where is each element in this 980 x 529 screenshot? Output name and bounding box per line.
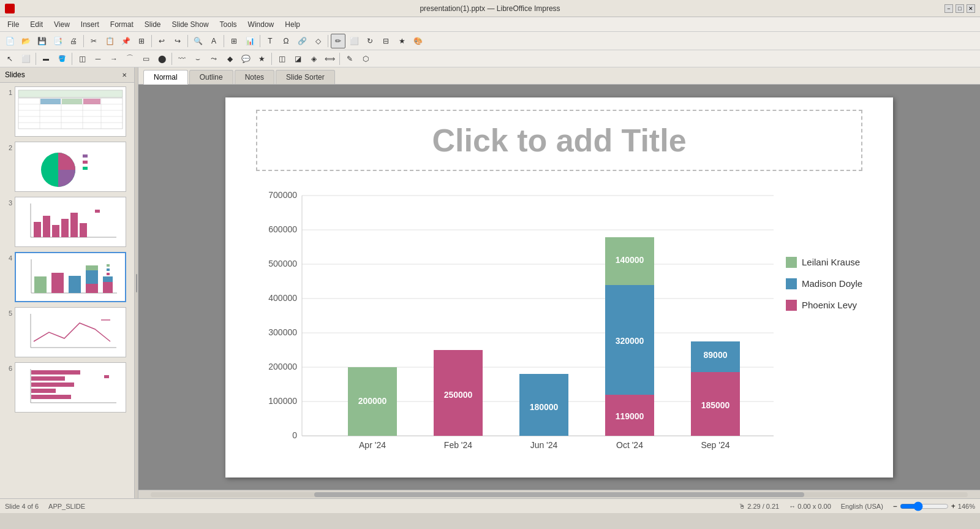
toolbar2-sep-1 [36, 53, 36, 65]
hyperlink-button[interactable]: 🔗 [295, 34, 309, 48]
slide-thumb-3[interactable]: 3 [2, 196, 132, 248]
menu-slideshow[interactable]: Slide Show [167, 19, 214, 30]
toolbar-sep-4 [224, 35, 224, 47]
select-tab-button[interactable]: ⬜ [18, 51, 33, 66]
slide-thumb-2[interactable]: 2 [2, 140, 132, 193]
slide-thumb-1[interactable]: 1 [2, 85, 132, 138]
close-slides-panel-button[interactable]: ✕ [119, 70, 129, 80]
save-button[interactable]: 💾 [34, 34, 49, 48]
line-draw-button[interactable]: ✏ [331, 34, 345, 48]
format-object-button[interactable]: 🎨 [410, 34, 425, 48]
slides-panel-title: Slides [5, 70, 25, 79]
print-button[interactable]: 🖨 [66, 34, 81, 48]
rotate-button[interactable]: ↻ [363, 34, 377, 48]
shapes-menu-button[interactable]: ⬜ [347, 34, 361, 48]
text-box-button[interactable]: T [263, 34, 277, 48]
position-indicator: 🖱 2.29 / 0.21 [739, 503, 779, 510]
status-right: 🖱 2.29 / 0.21 ↔ 0.00 x 0.00 English (USA… [739, 501, 975, 511]
toolbar-sep-1 [83, 35, 84, 47]
menu-window[interactable]: Window [243, 19, 279, 30]
tab-outline[interactable]: Outline [189, 70, 233, 84]
svg-text:600000: 600000 [268, 224, 297, 234]
maximize-button[interactable]: □ [956, 4, 964, 13]
legend-madison-label: Madison Doyle [802, 278, 862, 289]
curves-button[interactable]: ⌣ [190, 51, 205, 66]
undo-button[interactable]: ↩ [154, 34, 169, 48]
zoom-out-button[interactable]: 🔍 [190, 34, 205, 48]
arrange-button[interactable]: ⊟ [379, 34, 393, 48]
export-pdf-button[interactable]: 📑 [50, 34, 65, 48]
shadow-button[interactable]: ◫ [75, 51, 89, 66]
title-bar: presentation(1).pptx — LibreOffice Impre… [0, 0, 980, 17]
minimize-button[interactable]: − [944, 4, 953, 13]
table-button[interactable]: ⊞ [227, 34, 241, 48]
stars-button[interactable]: ★ [254, 51, 269, 66]
arrow-style-button[interactable]: → [107, 51, 121, 66]
special-char-button[interactable]: Ω [279, 34, 293, 48]
svg-rect-43 [107, 273, 110, 275]
slides-list: 1 [0, 83, 134, 498]
flowchart-button[interactable]: ◆ [222, 51, 237, 66]
h-scrollbar[interactable] [138, 490, 980, 498]
ellipse-button[interactable]: ⬤ [154, 51, 169, 66]
object-edit-button[interactable]: ✎ [342, 51, 357, 66]
toggle-extrusion-button[interactable]: ⬡ [358, 51, 373, 66]
title-placeholder[interactable]: Click to add Title [256, 110, 862, 171]
chart-button[interactable]: 📊 [243, 34, 257, 48]
redo-button[interactable]: ↪ [170, 34, 185, 48]
zoom-in-status-button[interactable]: + [951, 502, 956, 511]
effects-button[interactable]: ★ [394, 34, 409, 48]
svg-text:300000: 300000 [268, 327, 297, 337]
svg-rect-42 [107, 268, 110, 271]
menu-file[interactable]: File [2, 19, 24, 30]
line-style-button[interactable]: ─ [91, 51, 105, 66]
freeform-button[interactable]: 〰 [175, 51, 189, 66]
menu-view[interactable]: View [49, 19, 75, 30]
callout-button[interactable]: 💬 [238, 51, 253, 66]
cut-button[interactable]: ✂ [86, 34, 101, 48]
svg-text:Feb '24: Feb '24 [444, 440, 472, 450]
align-center-btn[interactable]: ◈ [306, 51, 321, 66]
menu-slide[interactable]: Slide [140, 19, 166, 30]
tab-normal[interactable]: Normal [143, 70, 188, 85]
clone-button[interactable]: ⊞ [134, 34, 149, 48]
slide-thumb-6[interactable]: 6 [2, 361, 132, 414]
svg-rect-56 [104, 375, 109, 378]
svg-text:185000: 185000 [701, 400, 730, 410]
close-button[interactable]: ✕ [967, 4, 975, 13]
fill-color-button[interactable]: 🪣 [55, 51, 69, 66]
open-button[interactable]: 📂 [18, 34, 33, 48]
slide-thumb-5[interactable]: 5 [2, 306, 132, 359]
zoom-out-status-button[interactable]: − [893, 502, 897, 511]
menu-edit[interactable]: Edit [25, 19, 48, 30]
zoom-slider[interactable] [900, 501, 949, 511]
tab-slide-sorter[interactable]: Slide Sorter [276, 70, 335, 84]
lines-arrows-button[interactable]: ⤳ [206, 51, 221, 66]
basic-shapes-button[interactable]: ◇ [311, 34, 325, 48]
paste-button[interactable]: 📌 [118, 34, 133, 48]
slide-thumbnail-4 [15, 252, 126, 302]
menu-format[interactable]: Format [105, 19, 138, 30]
copy-button[interactable]: 📋 [102, 34, 117, 48]
line-color-button[interactable]: ▬ [39, 51, 53, 66]
svg-text:140000: 140000 [616, 255, 644, 265]
rectangle-button[interactable]: ▭ [138, 51, 153, 66]
language-indicator: English (USA) [841, 503, 883, 510]
tab-notes[interactable]: Notes [235, 70, 274, 84]
slide-canvas[interactable]: Click to add Title [225, 97, 893, 478]
slide-thumbnail-6 [15, 362, 126, 413]
connector-button[interactable]: ⌒ [123, 51, 137, 66]
menu-tools[interactable]: Tools [215, 19, 242, 30]
new-button[interactable]: 📄 [2, 34, 17, 48]
slide-thumb-4[interactable]: 4 [2, 251, 132, 303]
align-left-btn[interactable]: ◫ [274, 51, 289, 66]
svg-rect-29 [95, 210, 100, 213]
select-button[interactable]: ↖ [2, 51, 17, 66]
fontwork-button[interactable]: A [206, 34, 221, 48]
svg-rect-27 [70, 213, 78, 237]
toolbar-sep-3 [187, 35, 188, 47]
align-right-btn[interactable]: ◪ [290, 51, 305, 66]
flip-button[interactable]: ⟺ [322, 51, 337, 66]
menu-help[interactable]: Help [280, 19, 305, 30]
menu-insert[interactable]: Insert [76, 19, 104, 30]
